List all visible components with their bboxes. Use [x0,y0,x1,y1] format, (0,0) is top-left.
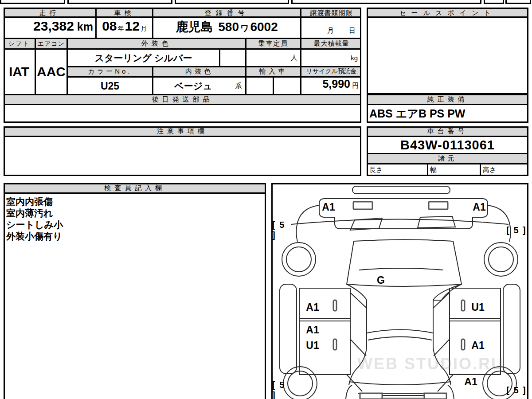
shaken-header: 車検 [97,9,152,17]
max-load-unit: kg [301,50,361,66]
recycle-fee-value: 5,990 円 [301,78,361,94]
spec-height-label: 高さ [483,164,518,175]
mark-right-rear-door: A1 [468,339,488,352]
inspector-note: 室内薄汚れ [6,207,53,219]
shaken-value: 08 年 12 月 [97,19,152,37]
specs-header: 諸元 [367,154,528,163]
mileage-header: 走行 [4,9,95,17]
cutoff-row-cell [67,0,172,4]
interior-color-header: 内装色 [153,67,245,75]
cutoff-row-cell [291,0,481,4]
mark-right-rear-quarter: A1 [461,376,481,388]
exterior-color-value: スターリング シルバー [68,50,219,66]
color-no-value: U25 [68,78,152,94]
inspector-note: 室内内張傷 [6,196,53,208]
color-no-header: カラーNo. [68,67,152,75]
inspector-note: 外装小傷有り [6,230,63,243]
tire-mark-rear-right: [ 5 ] [506,383,527,397]
max-load-header: 最大積載量 [301,39,361,48]
mileage-value: 23,382 km [4,19,97,37]
later-parts-header: 後日発送部品 [4,95,361,103]
mileage-unit: km [77,20,93,33]
capacity-header: 乗車定員 [246,39,300,48]
chassis-header: 車台番号 [367,128,528,135]
genuine-equipment-header: 純正装備 [367,95,528,103]
mark-left-rear-door-lower: U1 [304,339,321,352]
cautions-header: 注意事項欄 [4,128,361,135]
capacity-unit: 人 [246,50,301,66]
mark-glass: G [373,274,388,287]
cutoff-row-cell [0,0,65,4]
cutoff-row-cell [484,0,504,4]
transfer-docs-value: 月 日 [305,25,359,36]
mark-left-rear-door-upper: A1 [304,324,321,336]
mark-front-bumper-right: A1 [471,200,488,214]
registration-header: 登録番号 [153,9,300,17]
auction-sheet: 走行 車検 登録番号 譲渡書類期限 セールスポイント シフト エアコン 外装色 … [0,0,532,399]
spec-length-label: 長さ [369,164,414,175]
registration-value: 鹿児島 580 ワ 6002 [153,19,300,37]
spec-width-label: 幅 [430,164,466,175]
sales-point-box [367,8,528,94]
aircon-value: AAC [36,50,66,94]
mark-right-front-door: U1 [468,301,488,313]
shift-header: シフト [4,39,35,48]
cutoff-row-cell [505,0,531,4]
shift-value: IAT [4,50,35,94]
transfer-docs-header: 譲渡書類期限 [301,9,361,17]
mark-front-bumper-left: A1 [320,200,337,214]
tire-mark-rear-left: [ 5 ] [272,383,291,397]
genuine-equipment-value: ABS エアB PS PW [369,106,527,121]
inspector-note: シートしみ小 [6,219,63,231]
inspector-header: 検査員記入欄 [4,184,266,192]
imported-header: 輸入車 [246,67,300,75]
recycle-fee-header: リサイクル預託金 [301,67,361,75]
chassis-value: B43W-0113061 [367,137,528,153]
mark-left-front-door: A1 [304,301,321,313]
watermark: WEB STUDIO.RU [357,354,530,374]
tire-mark-front-left: [ 5 ] [272,223,291,237]
interior-color-suffix: 系 [233,80,244,92]
aircon-header: エアコン [36,39,66,48]
cutoff-row-cell [175,0,289,4]
exterior-color-header: 外装色 [68,39,245,48]
sales-point-header: セールスポイント [367,9,528,17]
tire-mark-front-right: [ 5 ] [506,223,527,237]
interior-color-value: ベージュ [153,78,233,94]
